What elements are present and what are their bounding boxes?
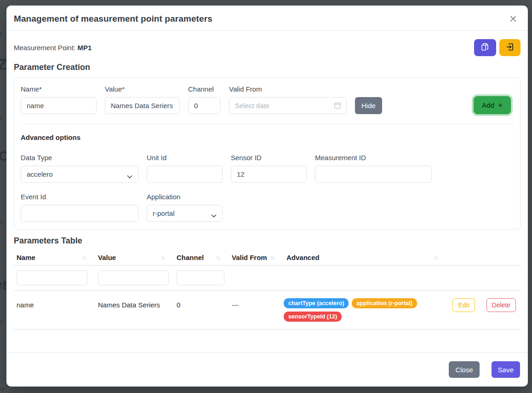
column-header-valid-from[interactable]: Valid From ↑↓ [229, 254, 284, 261]
unit-id-input[interactable] [147, 166, 223, 183]
value-label: Value* [105, 85, 180, 93]
column-header-channel[interactable]: Channel ↑↓ [174, 254, 229, 261]
column-header-name[interactable]: Name ↑↓ [14, 254, 95, 261]
application-select[interactable]: r-portal [147, 205, 223, 222]
cell-valid-from: --- [229, 296, 284, 309]
copy-icon [481, 42, 490, 53]
value-input[interactable] [105, 97, 180, 114]
measurement-point-label: Measurement Point: MP1 [14, 39, 92, 52]
modal-body: Measurement Point: MP1 [6, 31, 528, 353]
channel-input[interactable] [188, 97, 221, 114]
badge-sensortypeid: sensorTypeId (12) [284, 312, 342, 322]
calendar-icon [334, 102, 341, 111]
sort-icon[interactable]: ↑↓ [270, 254, 275, 261]
column-label: Value [98, 254, 116, 261]
cell-name: name [14, 296, 95, 309]
name-label: Name* [21, 85, 97, 93]
data-type-selected-value: accelero [27, 170, 53, 178]
event-id-label: Event Id [21, 193, 138, 201]
measurement-id-input[interactable] [315, 166, 432, 183]
measurement-point-text: Measurement Point: [14, 44, 75, 52]
parameter-creation-card: Name* Value* Channel Valid From [14, 77, 521, 230]
sensor-id-label: Sensor ID [231, 154, 307, 162]
table-filter-row [14, 266, 521, 291]
badge-charttype: chartType (accelero) [284, 298, 349, 308]
close-button[interactable]: Close [449, 361, 479, 378]
sensor-id-input[interactable] [231, 166, 307, 183]
channel-label: Channel [188, 85, 221, 93]
unit-id-label: Unit Id [147, 154, 223, 162]
advanced-options-heading: Advanced options [21, 133, 514, 141]
cell-value: Names Data Seriers [95, 296, 174, 309]
sort-icon[interactable]: ↑↓ [160, 254, 165, 261]
backdrop-text-fragment: o [0, 318, 2, 326]
column-label: Channel [177, 254, 204, 261]
cell-advanced-badges: chartType (accelero) application (r-port… [284, 296, 447, 322]
hide-button[interactable]: Hide [355, 97, 382, 114]
column-label: Valid From [232, 254, 267, 261]
export-parameters-button[interactable] [499, 39, 521, 56]
save-button[interactable]: Save [492, 361, 520, 378]
backdrop-text-fragment: o [0, 217, 2, 225]
backdrop-text-fragment: o [0, 113, 2, 121]
column-label: Name [17, 254, 35, 261]
modal-header: Management of measurement point paramete… [6, 6, 528, 31]
box-arrow-in-right-icon [505, 42, 515, 53]
column-header-advanced[interactable]: Advanced ↑↓ [284, 254, 447, 261]
delete-button[interactable]: Delete [486, 298, 516, 312]
chevron-down-icon [127, 172, 132, 180]
chevron-down-icon [211, 211, 217, 219]
add-button-label: Add [482, 101, 494, 109]
plus-icon: + [498, 101, 503, 110]
measurement-id-label: Measurement ID [315, 154, 432, 162]
modal-title: Management of measurement point paramete… [14, 14, 212, 24]
channel-filter-input[interactable] [177, 271, 224, 285]
column-header-value[interactable]: Value ↑↓ [95, 254, 174, 261]
application-label: Application [147, 193, 223, 201]
parameter-creation-heading: Parameter Creation [14, 63, 521, 72]
data-type-select[interactable]: accelero [21, 166, 138, 183]
application-selected-value: r-portal [153, 209, 175, 217]
sort-icon[interactable]: ↑↓ [434, 254, 438, 261]
name-input[interactable] [21, 97, 97, 114]
copy-parameters-button[interactable] [474, 39, 496, 56]
modal-footer: Close Save [6, 353, 528, 387]
add-button[interactable]: Add + [474, 96, 511, 114]
column-label: Advanced [286, 254, 320, 261]
edit-button[interactable]: Edit [452, 298, 475, 312]
close-icon[interactable]: × [508, 14, 519, 23]
data-type-label: Data Type [21, 154, 138, 162]
badge-application: application (r-portal) [352, 298, 417, 308]
parameters-modal: Management of measurement point paramete… [6, 6, 528, 387]
valid-from-label: Valid From [229, 85, 347, 93]
sort-icon[interactable]: ↑↓ [216, 254, 220, 261]
name-filter-input[interactable] [17, 271, 87, 285]
sort-icon[interactable]: ↑↓ [82, 254, 86, 261]
table-header-row: Name ↑↓ Value ↑↓ Channel ↑↓ Valid From ↑… [14, 251, 521, 266]
value-filter-input[interactable] [98, 271, 169, 285]
parameters-table: Name ↑↓ Value ↑↓ Channel ↑↓ Valid From ↑… [14, 251, 521, 329]
backdrop-text-fragment: ex [0, 385, 5, 393]
cell-channel: 0 [174, 296, 229, 309]
card-divider [21, 124, 514, 124]
backdrop-text-fragment: tr [0, 29, 1, 37]
table-row: name Names Data Seriers 0 --- chartType … [14, 291, 521, 329]
event-id-input[interactable] [21, 205, 138, 222]
measurement-point-value: MP1 [77, 44, 92, 52]
valid-from-date-input[interactable] [229, 97, 347, 114]
parameters-table-heading: Parameters Table [14, 236, 521, 246]
